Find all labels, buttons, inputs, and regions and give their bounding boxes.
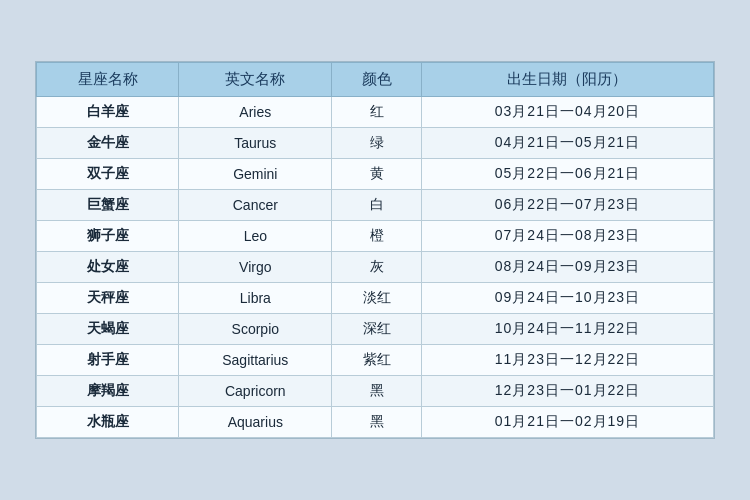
table-header-row: 星座名称 英文名称 颜色 出生日期（阳历） <box>37 63 714 97</box>
cell-color: 橙 <box>332 221 422 252</box>
cell-dates: 06月22日一07月23日 <box>421 190 713 221</box>
cell-color: 淡红 <box>332 283 422 314</box>
cell-color: 黑 <box>332 376 422 407</box>
cell-chinese-name: 金牛座 <box>37 128 179 159</box>
cell-english-name: Libra <box>179 283 332 314</box>
table-row: 水瓶座Aquarius黑01月21日一02月19日 <box>37 407 714 438</box>
cell-dates: 10月24日一11月22日 <box>421 314 713 345</box>
header-color: 颜色 <box>332 63 422 97</box>
cell-english-name: Gemini <box>179 159 332 190</box>
table-row: 巨蟹座Cancer白06月22日一07月23日 <box>37 190 714 221</box>
table-row: 天秤座Libra淡红09月24日一10月23日 <box>37 283 714 314</box>
cell-color: 绿 <box>332 128 422 159</box>
cell-chinese-name: 摩羯座 <box>37 376 179 407</box>
cell-english-name: Aquarius <box>179 407 332 438</box>
cell-chinese-name: 狮子座 <box>37 221 179 252</box>
table-row: 白羊座Aries红03月21日一04月20日 <box>37 97 714 128</box>
cell-color: 深红 <box>332 314 422 345</box>
cell-english-name: Cancer <box>179 190 332 221</box>
cell-chinese-name: 水瓶座 <box>37 407 179 438</box>
cell-chinese-name: 双子座 <box>37 159 179 190</box>
header-english-name: 英文名称 <box>179 63 332 97</box>
cell-color: 紫红 <box>332 345 422 376</box>
cell-dates: 07月24日一08月23日 <box>421 221 713 252</box>
cell-dates: 04月21日一05月21日 <box>421 128 713 159</box>
cell-english-name: Sagittarius <box>179 345 332 376</box>
cell-chinese-name: 天蝎座 <box>37 314 179 345</box>
cell-color: 黑 <box>332 407 422 438</box>
cell-color: 红 <box>332 97 422 128</box>
zodiac-table: 星座名称 英文名称 颜色 出生日期（阳历） 白羊座Aries红03月21日一04… <box>36 62 714 438</box>
cell-color: 白 <box>332 190 422 221</box>
cell-dates: 12月23日一01月22日 <box>421 376 713 407</box>
header-chinese-name: 星座名称 <box>37 63 179 97</box>
table-row: 双子座Gemini黄05月22日一06月21日 <box>37 159 714 190</box>
table-row: 狮子座Leo橙07月24日一08月23日 <box>37 221 714 252</box>
cell-dates: 03月21日一04月20日 <box>421 97 713 128</box>
cell-dates: 05月22日一06月21日 <box>421 159 713 190</box>
table-row: 摩羯座Capricorn黑12月23日一01月22日 <box>37 376 714 407</box>
cell-dates: 08月24日一09月23日 <box>421 252 713 283</box>
cell-chinese-name: 射手座 <box>37 345 179 376</box>
cell-english-name: Capricorn <box>179 376 332 407</box>
header-birth-date: 出生日期（阳历） <box>421 63 713 97</box>
cell-color: 灰 <box>332 252 422 283</box>
cell-chinese-name: 处女座 <box>37 252 179 283</box>
cell-english-name: Virgo <box>179 252 332 283</box>
table-row: 处女座Virgo灰08月24日一09月23日 <box>37 252 714 283</box>
cell-english-name: Aries <box>179 97 332 128</box>
table-row: 天蝎座Scorpio深红10月24日一11月22日 <box>37 314 714 345</box>
cell-dates: 09月24日一10月23日 <box>421 283 713 314</box>
cell-dates: 11月23日一12月22日 <box>421 345 713 376</box>
cell-chinese-name: 巨蟹座 <box>37 190 179 221</box>
cell-english-name: Leo <box>179 221 332 252</box>
cell-dates: 01月21日一02月19日 <box>421 407 713 438</box>
table-row: 金牛座Taurus绿04月21日一05月21日 <box>37 128 714 159</box>
cell-color: 黄 <box>332 159 422 190</box>
cell-english-name: Taurus <box>179 128 332 159</box>
table-row: 射手座Sagittarius紫红11月23日一12月22日 <box>37 345 714 376</box>
cell-chinese-name: 白羊座 <box>37 97 179 128</box>
zodiac-table-container: 星座名称 英文名称 颜色 出生日期（阳历） 白羊座Aries红03月21日一04… <box>35 61 715 439</box>
cell-chinese-name: 天秤座 <box>37 283 179 314</box>
cell-english-name: Scorpio <box>179 314 332 345</box>
